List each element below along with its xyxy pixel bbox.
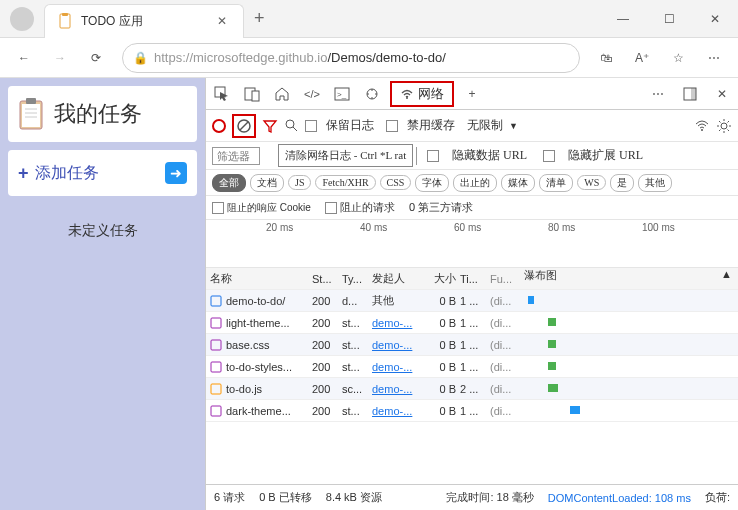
inspect-icon[interactable] — [210, 82, 234, 106]
col-status[interactable]: St... — [312, 273, 342, 285]
status-resources: 8.4 kB 资源 — [326, 490, 382, 505]
preserve-log-checkbox[interactable] — [305, 120, 317, 132]
cell-size: 0 B — [426, 317, 460, 329]
devtools-tabbar: </> >_ 网络 + ⋯ ✕ — [206, 78, 738, 110]
filter-input[interactable] — [212, 147, 260, 165]
type-chip-其他[interactable]: 其他 — [638, 174, 672, 192]
table-row[interactable]: base.css200st...demo-...0 B1 ...(di... — [206, 334, 738, 356]
type-chip-清单[interactable]: 清单 — [539, 174, 573, 192]
col-waterfall[interactable]: 瀑布图▲ — [524, 268, 738, 289]
col-size[interactable]: 大小 — [426, 271, 460, 286]
file-name: dark-theme... — [226, 405, 291, 417]
type-chip-Fetch/XHR[interactable]: Fetch/XHR — [315, 175, 375, 190]
cell-initiator[interactable]: demo-... — [372, 339, 426, 351]
blocked-cookies-checkbox[interactable] — [212, 202, 224, 214]
cell-status: 200 — [312, 405, 342, 417]
shopping-icon[interactable]: 🛍 — [590, 42, 622, 74]
close-window-button[interactable]: ✕ — [692, 2, 738, 36]
forward-button[interactable]: → — [44, 42, 76, 74]
refresh-button[interactable]: ⟳ — [80, 42, 112, 74]
table-row[interactable]: demo-to-do/200d...其他0 B1 ...(di... — [206, 290, 738, 312]
elements-icon[interactable]: </> — [300, 82, 324, 106]
cell-time: 1 ... — [460, 405, 490, 417]
disable-cache-checkbox[interactable] — [386, 120, 398, 132]
table-row[interactable]: light-theme...200st...demo-...0 B1 ...(d… — [206, 312, 738, 334]
disable-cache-label: 禁用缓存 — [407, 117, 455, 134]
close-devtools-icon[interactable]: ✕ — [710, 82, 734, 106]
svg-line-21 — [293, 127, 297, 131]
cell-size: 0 B — [426, 405, 460, 417]
throttle-select[interactable]: 无限制 — [467, 117, 503, 134]
table-row[interactable]: to-do-styles...200st...demo-...0 B1 ...(… — [206, 356, 738, 378]
svg-point-22 — [701, 129, 703, 131]
maximize-button[interactable]: ☐ — [646, 2, 692, 36]
clear-icon — [236, 118, 252, 134]
timeline-tick: 100 ms — [642, 222, 675, 233]
clear-log-button[interactable] — [232, 114, 256, 138]
tab-network[interactable]: 网络 — [390, 81, 454, 107]
type-chip-WS[interactable]: WS — [577, 175, 606, 190]
dropdown-icon[interactable]: ▼ — [509, 121, 518, 131]
browser-tab[interactable]: TODO 应用 ✕ — [44, 4, 244, 38]
record-button[interactable] — [212, 119, 226, 133]
cell-initiator[interactable]: demo-... — [372, 383, 426, 395]
cell-initiator[interactable]: demo-... — [372, 405, 426, 417]
read-aloud-icon[interactable]: A⁺ — [626, 42, 658, 74]
col-initiator[interactable]: 发起人 — [372, 271, 426, 286]
minimize-button[interactable]: — — [600, 2, 646, 36]
network-tab-label: 网络 — [418, 85, 444, 103]
close-tab-icon[interactable]: ✕ — [213, 12, 231, 30]
table-header: 名称 St... Ty... 发起人 大小 Ti... Fu... 瀑布图▲ — [206, 268, 738, 290]
type-chip-JS[interactable]: JS — [288, 175, 311, 190]
cell-waterfall — [524, 290, 738, 311]
cell-initiator[interactable]: demo-... — [372, 317, 426, 329]
profile-avatar[interactable] — [10, 7, 34, 31]
console-icon[interactable]: >_ — [330, 82, 354, 106]
hide-data-url-checkbox[interactable] — [427, 150, 439, 162]
back-button[interactable]: ← — [8, 42, 40, 74]
file-icon — [210, 405, 222, 417]
cell-size: 0 B — [426, 361, 460, 373]
svg-rect-29 — [211, 406, 221, 416]
cell-size: 0 B — [426, 383, 460, 395]
table-row[interactable]: dark-theme...200st...demo-...0 B1 ...(di… — [206, 400, 738, 422]
type-chip-全部[interactable]: 全部 — [212, 174, 246, 192]
welcome-icon[interactable] — [270, 82, 294, 106]
submit-task-button[interactable]: ➜ — [165, 162, 187, 184]
add-task-row[interactable]: + 添加任务 ➜ — [8, 150, 197, 196]
cell-fulfilled: (di... — [490, 361, 524, 373]
blocked-requests-checkbox[interactable] — [325, 202, 337, 214]
col-type[interactable]: Ty... — [342, 273, 372, 285]
col-time[interactable]: Ti... — [460, 273, 490, 285]
timeline-tick: 40 ms — [360, 222, 387, 233]
wifi-conditions-icon[interactable] — [694, 118, 710, 134]
favorites-icon[interactable]: ☆ — [662, 42, 694, 74]
browser-toolbar: ← → ⟳ 🔒 https://microsoftedge.github.io/… — [0, 38, 738, 78]
add-tab-icon[interactable]: + — [460, 82, 484, 106]
settings-icon[interactable] — [716, 118, 732, 134]
new-tab-button[interactable]: + — [244, 2, 275, 35]
more-tools-icon[interactable]: ⋯ — [646, 82, 670, 106]
search-icon[interactable] — [284, 118, 299, 133]
device-icon[interactable] — [240, 82, 264, 106]
sources-icon[interactable] — [360, 82, 384, 106]
table-row[interactable]: to-do.js200sc...demo-...0 B2 ...(di... — [206, 378, 738, 400]
type-chip-Wasm[interactable]: 是 — [610, 174, 634, 192]
cell-fulfilled: (di... — [490, 317, 524, 329]
type-chip-文档[interactable]: 文档 — [250, 174, 284, 192]
address-bar[interactable]: 🔒 https://microsoftedge.github.io/Demos/… — [122, 43, 580, 73]
menu-icon[interactable]: ⋯ — [698, 42, 730, 74]
type-chip-媒体[interactable]: 媒体 — [501, 174, 535, 192]
timeline-overview[interactable]: 20 ms40 ms60 ms80 ms100 ms — [206, 220, 738, 268]
filter-icon[interactable] — [262, 118, 278, 134]
network-status-bar: 6 请求 0 B 已转移 8.4 kB 资源 完成时间: 18 毫秒 DOMCo… — [206, 484, 738, 510]
type-chip-图片[interactable]: 出止的 — [453, 174, 497, 192]
type-chip-字体[interactable]: 字体 — [415, 174, 449, 192]
col-name[interactable]: 名称 — [206, 271, 312, 286]
cell-initiator[interactable]: demo-... — [372, 361, 426, 373]
col-fulfilled[interactable]: Fu... — [490, 273, 524, 285]
type-chip-CSS[interactable]: CSS — [380, 175, 412, 190]
dock-icon[interactable] — [678, 82, 702, 106]
hide-ext-url-checkbox[interactable] — [543, 150, 555, 162]
cell-fulfilled: (di... — [490, 405, 524, 417]
